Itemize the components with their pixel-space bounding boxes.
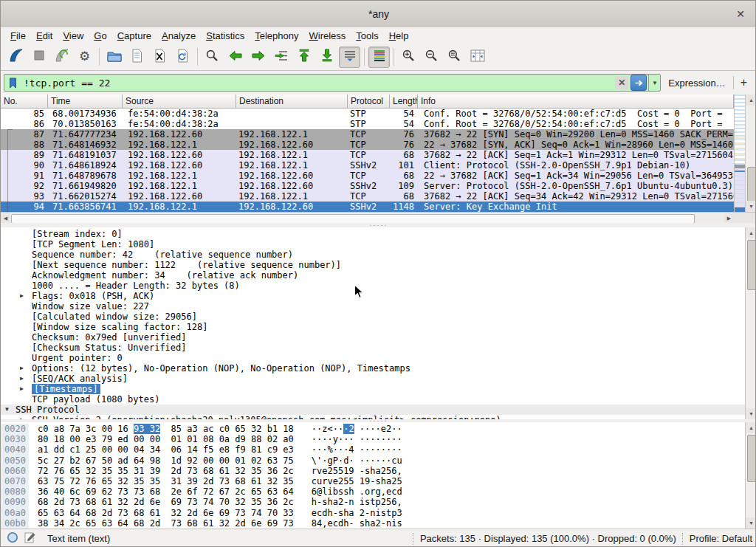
hex-ascii[interactable]: curve255 19-sha25 — [312, 476, 402, 486]
display-filter-input[interactable]: !tcp.port == 22 ✕ ▼ — [4, 74, 661, 92]
menu-item-edit[interactable]: Edit — [31, 29, 58, 43]
hex-row-0060[interactable]: 006072 76 65 32 35 35 31 39 2d 73 68 61 … — [1, 466, 756, 476]
hex-ascii[interactable]: ···%···4 ········ — [312, 444, 402, 455]
packet-row-85[interactable]: 8568.001734936fe:54:00:d4:38:2aSTP54Conf… — [1, 109, 734, 119]
scroll-down-arrow[interactable]: ▼ — [746, 201, 756, 212]
detail-line-13[interactable]: ▶Options: (12 bytes), No-Operation (NOP)… — [1, 363, 756, 374]
packet-list-hscrollbar[interactable]: ◀ ▶ — [1, 212, 734, 223]
hex-bytes[interactable]: a1 dd c1 25 00 00 04 34 06 14 f5 e8 f9 8… — [38, 444, 294, 455]
detail-line-8[interactable]: [Calculated window size: 29056] — [1, 312, 756, 322]
column-header-info[interactable]: Info — [418, 94, 734, 108]
zoom-in-button[interactable] — [398, 47, 419, 68]
resize-columns-button[interactable] — [467, 47, 488, 68]
add-filter-button[interactable]: + — [734, 76, 754, 89]
hex-bytes[interactable]: c0 a8 7a 3c 00 16 93 32 85 a3 ac c0 65 3… — [38, 424, 294, 434]
packet-row-94[interactable]: 9471.663856741192.168.122.1192.168.122.6… — [1, 202, 734, 212]
detail-line-4[interactable]: Acknowledgment number: 34 (relative ack … — [1, 270, 756, 281]
collapsed-arrow-icon[interactable]: ▶ — [20, 384, 24, 394]
stop-capture-button[interactable] — [28, 47, 49, 68]
close-file-button[interactable] — [149, 47, 171, 68]
detail-line-6[interactable]: ▶Flags: 0x018 (PSH, ACK) — [1, 291, 756, 301]
packet-row-92[interactable]: 9271.661949820192.168.122.1192.168.122.6… — [1, 181, 734, 191]
status-profile[interactable]: Profile: Default — [690, 533, 752, 544]
detail-line-16[interactable]: TCP payload (1080 bytes) — [1, 394, 756, 405]
hex-row-0040[interactable]: 0040a1 dd c1 25 00 00 04 34 06 14 f5 e8 … — [1, 444, 756, 455]
hex-bytes[interactable]: 65 63 64 68 2d 73 68 61 32 2d 6e 69 73 7… — [38, 508, 294, 518]
go-to-top-button[interactable] — [293, 47, 315, 68]
collapsed-arrow-icon[interactable]: ▶ — [20, 291, 24, 301]
go-forward-button[interactable] — [247, 47, 269, 68]
detail-line-11[interactable]: [Checksum Status: Unverified] — [1, 343, 756, 353]
reload-file-button[interactable] — [172, 47, 193, 68]
menu-item-view[interactable]: View — [58, 29, 89, 43]
hex-bytes[interactable]: 72 76 65 32 35 35 31 39 2d 73 68 61 32 3… — [38, 466, 294, 476]
hex-row-0090[interactable]: 009068 2d 73 68 61 32 2d 6e 69 73 74 70 … — [1, 497, 756, 507]
zoom-out-button[interactable] — [421, 47, 442, 68]
auto-scroll-button[interactable] — [339, 47, 360, 68]
hex-row-0030[interactable]: 003080 18 00 e3 79 ed 00 00 01 01 08 0a … — [1, 434, 756, 444]
go-to-bottom-button[interactable] — [316, 47, 337, 68]
detail-line-5[interactable]: 1000 .... = Header Length: 32 bytes (8) — [1, 281, 756, 291]
packet-row-93[interactable]: 9371.662015274192.168.122.60192.168.122.… — [1, 191, 734, 202]
hex-ascii[interactable]: h-sha2-n istp256, — [312, 497, 402, 507]
hex-ascii[interactable]: rve25519 -sha256, — [312, 466, 402, 476]
detail-line-12[interactable]: Urgent pointer: 0 — [1, 353, 756, 363]
packet-row-89[interactable]: 8971.648191037192.168.122.60192.168.122.… — [1, 150, 734, 160]
close-window-button[interactable]: ✕ — [732, 1, 749, 27]
menu-item-statistics[interactable]: Statistics — [201, 29, 250, 43]
save-file-button[interactable] — [126, 47, 148, 68]
detail-line-17[interactable]: ▼SSH Protocol — [1, 405, 756, 415]
column-header-length[interactable]: Length — [390, 94, 418, 108]
detail-line-7[interactable]: Window size value: 227 — [1, 301, 756, 312]
detail-line-9[interactable]: [Window size scaling factor: 128] — [1, 322, 756, 332]
scroll-up-arrow[interactable]: ▲ — [746, 227, 756, 238]
filter-bookmark-icon[interactable] — [4, 78, 21, 89]
go-back-button[interactable] — [224, 47, 246, 68]
hex-row-0020[interactable]: 0020c0 a8 7a 3c 00 16 93 32 85 a3 ac c0 … — [1, 424, 756, 434]
expression-button[interactable]: Expression… — [661, 78, 732, 89]
scroll-left-arrow[interactable]: ◀ — [1, 213, 10, 223]
capture-options-button[interactable]: ⚙ — [74, 47, 95, 68]
detail-vscrollbar[interactable]: ▲ ▼ — [745, 227, 756, 419]
hex-ascii[interactable]: ····y··· ········ — [312, 434, 402, 444]
packet-row-88[interactable]: 8871.648146932192.168.122.1192.168.122.6… — [1, 140, 734, 150]
menu-item-tools[interactable]: Tools — [351, 29, 383, 43]
filter-history-dropdown-icon[interactable]: ▼ — [648, 75, 660, 91]
menu-item-telephony[interactable]: Telephony — [250, 29, 303, 43]
find-packet-button[interactable] — [202, 47, 223, 68]
hex-ascii[interactable]: ··z<···2 ····e2·· — [312, 424, 402, 434]
scroll-up-arrow[interactable]: ▲ — [746, 422, 756, 433]
scroll-down-arrow[interactable]: ▼ — [746, 408, 756, 419]
hex-bytes[interactable]: 36 40 6c 69 62 73 73 68 2e 6f 72 67 2c 6… — [38, 486, 294, 497]
packet-row-91[interactable]: 9171.648789678192.168.122.1192.168.122.6… — [1, 171, 734, 181]
hex-ascii[interactable]: 84,ecdh- sha2-nis — [312, 518, 402, 529]
column-header-time[interactable]: Time — [48, 94, 123, 108]
packet-row-90[interactable]: 9071.648618924192.168.122.60192.168.122.… — [1, 160, 734, 171]
menu-item-capture[interactable]: Capture — [112, 29, 157, 43]
zoom-original-button[interactable] — [444, 47, 465, 68]
detail-line-0[interactable]: [Stream index: 0] — [1, 229, 756, 239]
hex-bytes[interactable]: 80 18 00 e3 79 ed 00 00 01 01 08 0a d9 8… — [38, 434, 294, 444]
expanded-arrow-icon[interactable]: ▼ — [5, 405, 9, 415]
colorize-packets-button[interactable] — [368, 47, 390, 68]
detail-line-10[interactable]: Checksum: 0x79ed [unverified] — [1, 332, 756, 343]
expert-info-icon[interactable] — [7, 531, 18, 546]
hex-bytes[interactable]: 5c 27 b2 67 50 ad 64 98 1d 92 00 00 01 0… — [38, 455, 294, 466]
collapsed-arrow-icon[interactable]: ▶ — [20, 363, 24, 374]
hex-row-0080[interactable]: 008036 40 6c 69 62 73 73 68 2e 6f 72 67 … — [1, 486, 756, 497]
scroll-thumb[interactable] — [747, 435, 756, 482]
capture-comment-icon[interactable] — [24, 531, 35, 546]
hex-row-0050[interactable]: 00505c 27 b2 67 50 ad 64 98 1d 92 00 00 … — [1, 455, 756, 466]
column-header-source[interactable]: Source — [123, 94, 236, 108]
menu-item-analyze[interactable]: Analyze — [157, 29, 201, 43]
packet-row-86[interactable]: 8670.013850163fe:54:00:d4:38:2aSTP54Conf… — [1, 119, 734, 129]
hex-row-00a0[interactable]: 00a065 63 64 68 2d 73 68 61 32 2d 6e 69 … — [1, 508, 756, 518]
hex-row-0070[interactable]: 007063 75 72 76 65 32 35 35 31 39 2d 73 … — [1, 476, 756, 486]
detail-line-14[interactable]: ▶[SEQ/ACK analysis] — [1, 374, 756, 384]
filter-clear-button[interactable]: ✕ — [615, 76, 628, 89]
menu-item-help[interactable]: Help — [384, 29, 414, 43]
detail-line-2[interactable]: Sequence number: 42 (relative sequence n… — [1, 250, 756, 260]
menu-item-file[interactable]: File — [5, 29, 31, 43]
hex-bytes[interactable]: 63 75 72 76 65 32 35 35 31 39 2d 73 68 6… — [38, 476, 294, 486]
packet-list-minimap[interactable] — [734, 94, 745, 212]
